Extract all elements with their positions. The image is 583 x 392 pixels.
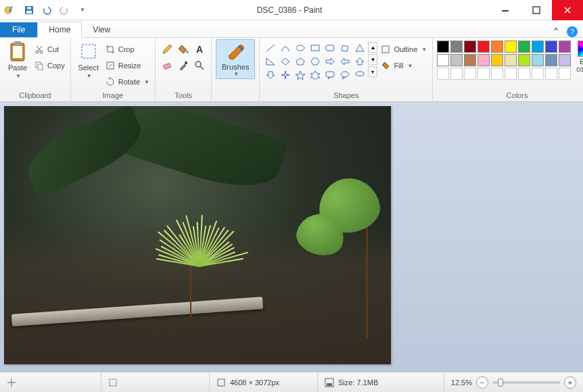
- shapes-gallery[interactable]: [264, 39, 367, 81]
- color-swatch-empty[interactable]: [559, 68, 571, 80]
- canvas-image[interactable]: [4, 106, 391, 364]
- color-swatch[interactable]: [532, 41, 544, 53]
- color-swatch-empty[interactable]: [464, 68, 476, 80]
- color-swatch-empty[interactable]: [532, 68, 544, 80]
- chevron-down-icon: ▼: [233, 71, 239, 77]
- zoom-controls: 12.5% − +: [444, 376, 583, 389]
- zoom-slider[interactable]: [492, 381, 560, 384]
- color-swatch-empty[interactable]: [450, 68, 463, 80]
- maximize-button[interactable]: [521, 0, 552, 20]
- shape-line[interactable]: [264, 42, 277, 54]
- color-swatch[interactable]: [559, 41, 571, 53]
- qat-customize-button[interactable]: ▼: [74, 3, 89, 18]
- color-swatch-empty[interactable]: [505, 68, 517, 80]
- color-swatch[interactable]: [450, 54, 463, 66]
- color-swatch-empty[interactable]: [477, 68, 490, 80]
- tab-view[interactable]: View: [82, 22, 121, 37]
- color-swatch[interactable]: [437, 41, 449, 53]
- fill-tool[interactable]: [176, 42, 191, 57]
- shape-right-triangle[interactable]: [264, 55, 277, 68]
- rotate-button[interactable]: Rotate▼: [103, 74, 151, 89]
- shape-rounded-rect[interactable]: [323, 42, 337, 54]
- svg-rect-9: [14, 41, 21, 45]
- color-swatch[interactable]: [545, 54, 557, 66]
- color-swatch[interactable]: [545, 41, 557, 53]
- shape-callout-oval[interactable]: [338, 69, 352, 81]
- shape-callout-cloud[interactable]: [353, 69, 367, 81]
- shapes-scroll-up[interactable]: ▲: [368, 42, 377, 53]
- shape-star5[interactable]: [294, 69, 307, 81]
- color-swatch[interactable]: [491, 54, 503, 66]
- statusbar: 4608 × 3072px Size: 7.1MB 12.5% − +: [0, 372, 583, 392]
- color-swatch[interactable]: [477, 54, 490, 66]
- shape-callout-rounded[interactable]: [323, 69, 337, 81]
- color-swatch[interactable]: [505, 41, 517, 53]
- paste-button[interactable]: Paste ▼: [4, 39, 31, 80]
- eraser-tool[interactable]: [160, 58, 174, 73]
- crop-button[interactable]: Crop: [103, 42, 151, 57]
- crop-icon: [105, 44, 116, 55]
- zoom-slider-thumb[interactable]: [498, 378, 503, 387]
- color-swatch-empty[interactable]: [491, 68, 503, 80]
- cut-button[interactable]: Cut: [32, 42, 66, 57]
- color-swatch[interactable]: [450, 41, 463, 53]
- group-label-shapes: Shapes: [333, 90, 358, 101]
- tab-file[interactable]: File: [0, 22, 37, 37]
- edit-colors-button[interactable]: Edit colors: [574, 41, 583, 80]
- color-swatch-empty[interactable]: [437, 68, 449, 80]
- ribbon-collapse-button[interactable]: ^: [549, 24, 563, 37]
- shape-arrow-right[interactable]: [323, 55, 337, 68]
- color-swatch[interactable]: [464, 41, 476, 53]
- brushes-label: Brushes: [222, 63, 249, 71]
- copy-icon: [34, 60, 45, 71]
- tab-home[interactable]: Home: [37, 22, 82, 38]
- canvas-area[interactable]: [0, 102, 583, 372]
- help-button[interactable]: ?: [567, 26, 578, 37]
- color-swatch[interactable]: [532, 54, 544, 66]
- minimize-button[interactable]: [490, 0, 521, 20]
- color-picker-tool[interactable]: [176, 58, 191, 73]
- zoom-out-button[interactable]: −: [476, 376, 488, 389]
- color-swatch-empty[interactable]: [518, 68, 530, 80]
- color-swatch[interactable]: [518, 41, 530, 53]
- shape-arrow-up[interactable]: [353, 55, 367, 68]
- redo-button[interactable]: [57, 3, 72, 18]
- color-swatch[interactable]: [505, 54, 517, 66]
- shape-polygon[interactable]: [338, 42, 352, 54]
- resize-button[interactable]: Resize: [103, 58, 151, 73]
- shape-arrow-down[interactable]: [264, 69, 277, 81]
- color-swatch[interactable]: [464, 54, 476, 66]
- shapes-scroll-down[interactable]: ▼: [368, 54, 377, 65]
- color-swatch[interactable]: [518, 54, 530, 66]
- select-button[interactable]: Select ▼: [75, 39, 102, 80]
- magnifier-tool[interactable]: [192, 58, 207, 73]
- shape-curve[interactable]: [279, 42, 292, 54]
- shape-star4[interactable]: [279, 69, 292, 81]
- copy-button[interactable]: Copy: [32, 58, 66, 73]
- shape-oval[interactable]: [294, 42, 307, 54]
- color-swatch[interactable]: [491, 41, 503, 53]
- brushes-button[interactable]: Brushes ▼: [216, 39, 255, 79]
- shapes-expand[interactable]: ▾: [368, 66, 377, 77]
- shape-star6[interactable]: [308, 69, 322, 81]
- zoom-in-button[interactable]: +: [564, 376, 576, 389]
- close-button[interactable]: [552, 0, 583, 20]
- resize-icon: [105, 60, 116, 71]
- pencil-tool[interactable]: [160, 42, 174, 57]
- fill-button[interactable]: Fill▼: [379, 58, 428, 73]
- shape-diamond[interactable]: [279, 55, 292, 68]
- color-swatch[interactable]: [437, 54, 449, 66]
- shape-triangle[interactable]: [353, 42, 367, 54]
- shape-pentagon[interactable]: [294, 55, 307, 68]
- color-swatch[interactable]: [559, 54, 571, 66]
- color-swatch[interactable]: [477, 41, 490, 53]
- shape-arrow-left[interactable]: [338, 55, 352, 68]
- outline-button[interactable]: Outline▼: [379, 42, 428, 57]
- shape-hexagon[interactable]: [308, 55, 322, 68]
- save-button[interactable]: [22, 3, 37, 18]
- text-tool[interactable]: A: [192, 42, 207, 57]
- undo-button[interactable]: [39, 3, 54, 18]
- color-swatch-empty[interactable]: [545, 68, 557, 80]
- shape-rectangle[interactable]: [308, 42, 322, 54]
- color-palette-row2: [437, 54, 571, 66]
